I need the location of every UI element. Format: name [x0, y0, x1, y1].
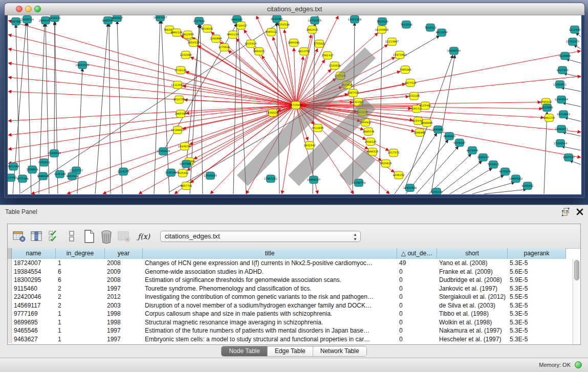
cell-name: 9465546 [12, 326, 56, 335]
cell-name: 9699695 [12, 318, 56, 327]
tab-network-table[interactable]: Network Table [313, 346, 366, 356]
cell-name: 9115460 [12, 285, 56, 293]
table-row[interactable]: 969969511998Structural magnetic resonanc… [8, 318, 573, 327]
table-select-value: citations_edges.txt [165, 232, 220, 240]
scrollbar-thumb[interactable] [574, 260, 579, 280]
cell-year: 2008 [105, 259, 143, 268]
table-row[interactable]: 1456911722003Disruption of a novel membe… [8, 301, 573, 310]
float-panel-icon[interactable] [561, 207, 571, 216]
memory-status-label: Memory: OK [539, 362, 571, 368]
cell-name: 9777169 [12, 310, 56, 318]
vertical-scrollbar[interactable] [573, 259, 580, 344]
cell-out_de…: 0 [397, 276, 437, 285]
cell-title: Tourette syndrome. Phenomenology and cla… [143, 285, 397, 293]
column-visibility-icon[interactable] [29, 229, 45, 244]
delete-table-icon-disabled [116, 229, 132, 244]
network-canvas[interactable]: 2087682154057242089140622181319465546946… [8, 15, 581, 194]
table-panel-body: ƒ(x) citations_edges.txt ▲▼ namein_degre… [7, 224, 581, 345]
cell-gutter [8, 301, 12, 310]
cell-short: Nakamura et al. (1997) [437, 326, 508, 335]
column-header-out_de[interactable]: △ out_de… [397, 248, 437, 259]
table-panel: Table Panel [0, 205, 588, 359]
cell-year: 1998 [105, 310, 143, 318]
column-header-short[interactable]: short [437, 248, 508, 259]
rows-icon[interactable] [64, 229, 79, 244]
node-table: namein_degreeyeartitle△ out_de…shortpage… [8, 248, 580, 344]
table-options-icon[interactable] [12, 229, 27, 244]
cell-pagerank: 5.6E-5 [508, 268, 566, 276]
memory-ok-icon [575, 361, 582, 368]
column-header-title[interactable]: title [143, 248, 397, 259]
cell-title: Estimation of significance thresholds fo… [143, 276, 397, 285]
table-body: 1872400712008Changes of HCN gene express… [8, 259, 573, 344]
table-row[interactable]: 911546021997Tourette syndrome. Phenomeno… [8, 285, 573, 293]
cell-year: 1997 [105, 285, 143, 293]
cell-name: 9463627 [12, 335, 56, 344]
cell-pagerank: 5.3E-5 [508, 335, 566, 344]
cell-short: Jankovic et al. (1997) [437, 285, 508, 293]
cell-out_de…: 0 [397, 335, 437, 344]
cell-year: 1997 [105, 335, 143, 344]
cell-out_de…: 0 [397, 285, 437, 293]
cell-pagerank: 5.3E-5 [508, 318, 566, 327]
cell-title: Structural magnetic resonance image aver… [143, 318, 397, 327]
cell-in_degree: 1 [56, 318, 105, 327]
table-select-dropdown[interactable]: citations_edges.txt ▲▼ [160, 231, 361, 242]
cell-pagerank: 5.5E-5 [508, 293, 566, 301]
cell-year: 2009 [105, 268, 143, 276]
table-row[interactable]: 1872400712008Changes of HCN gene express… [8, 259, 573, 268]
cell-out_de…: 0 [397, 326, 437, 335]
cell-gutter [8, 268, 12, 276]
cell-gutter [8, 285, 12, 293]
delete-trash-icon[interactable] [99, 229, 114, 244]
cell-title: Embryonic stem cells: a model to study s… [143, 335, 397, 344]
cell-pagerank: 5.3E-5 [508, 259, 566, 268]
cell-short: Franke et al. (2009) [437, 268, 508, 276]
cell-pagerank: 5.3E-5 [508, 310, 566, 318]
cell-title: Corpus callosum shape and size in male p… [143, 310, 397, 318]
cell-name: 22420046 [12, 293, 56, 301]
cell-out_de…: 0 [397, 293, 437, 301]
row-gutter-header[interactable] [8, 248, 12, 259]
cell-title: Investigating the contribution of common… [143, 293, 397, 301]
table-panel-title: Table Panel [5, 208, 37, 215]
close-panel-icon[interactable] [576, 208, 584, 216]
row-select-icon[interactable] [47, 229, 62, 244]
network-window: citations_edges.txt 20876821540572420891… [4, 3, 585, 198]
cell-title: Genome-wide association studies in ADHD. [143, 268, 397, 276]
cell-short: Wolkin et al. (1998) [437, 318, 508, 327]
column-header-year[interactable]: year [105, 248, 143, 259]
cell-title: Changes of HCN gene expression and I(f) … [143, 259, 397, 268]
cell-year: 2003 [105, 301, 143, 310]
column-header-in_degree[interactable]: in_degree [56, 248, 105, 259]
cell-gutter [8, 293, 12, 301]
cell-year: 2012 [105, 293, 143, 301]
table-panel-titlebar: Table Panel [0, 205, 588, 218]
column-header-name[interactable]: name [12, 248, 56, 259]
tab-node-table[interactable]: Node Table [222, 346, 268, 356]
table-header-row: namein_degreeyeartitle△ out_de…shortpage… [8, 248, 580, 259]
cell-in_degree: 2 [56, 285, 105, 293]
cell-out_de…: 0 [397, 268, 437, 276]
cell-in_degree: 1 [56, 326, 105, 335]
cell-year: 1998 [105, 318, 143, 327]
new-document-icon[interactable] [81, 229, 97, 244]
resize-grip-icon[interactable] [8, 15, 580, 193]
table-row[interactable]: 1938455462009Genome-wide association stu… [8, 268, 573, 276]
window-title: citations_edges.txt [5, 5, 584, 13]
column-header-pagerank[interactable]: pagerank [508, 248, 566, 259]
table-row[interactable]: 946554611997Estimation of the future num… [8, 326, 573, 335]
cell-year: 2008 [105, 276, 143, 285]
function-icon[interactable]: ƒ(x) [138, 232, 150, 240]
cell-short: Hescheler et al. (1997) [437, 335, 508, 344]
status-bar: Memory: OK [0, 358, 588, 372]
table-row[interactable]: 2242004622012Investigating the contribut… [8, 293, 573, 301]
table-row[interactable]: 1830029562008Estimation of significance … [8, 276, 573, 285]
table-row[interactable]: 946362711997Embryonic stem cells: a mode… [8, 335, 573, 344]
table-tabs-row: Node TableEdge TableNetwork Table [0, 345, 588, 359]
table-row[interactable]: 977716911998Corpus callosum shape and si… [8, 310, 573, 318]
cell-short: Yano et al. (2008) [437, 259, 508, 268]
window-titlebar[interactable]: citations_edges.txt [5, 3, 584, 15]
cell-in_degree: 1 [56, 310, 105, 318]
tab-edge-table[interactable]: Edge Table [268, 346, 313, 356]
